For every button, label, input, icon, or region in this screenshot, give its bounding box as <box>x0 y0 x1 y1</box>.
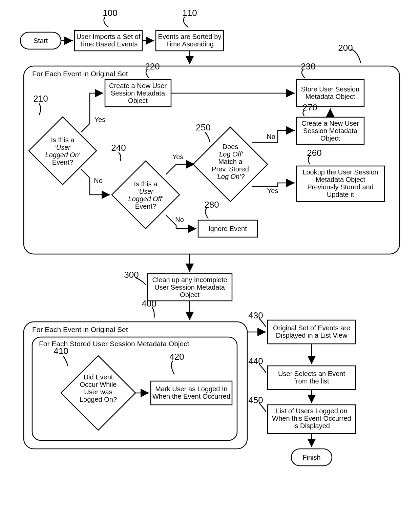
svg-text:240: 240 <box>111 143 126 153</box>
svg-text:Lookup the User Session: Lookup the User Session <box>302 168 378 176</box>
svg-text:Ignore Event: Ignore Event <box>208 225 247 232</box>
svg-text:Time Based Events: Time Based Events <box>79 40 138 48</box>
svg-text:Session Metadata: Session Metadata <box>303 127 358 134</box>
svg-text:Is this a: Is this a <box>51 136 75 144</box>
svg-text:250: 250 <box>196 122 210 132</box>
svg-text:Logged Off': Logged Off' <box>128 195 164 203</box>
svg-text:from the list: from the list <box>294 377 329 385</box>
svg-text:When the Event Occurred: When the Event Occurred <box>152 393 230 400</box>
svg-text:User was: User was <box>84 388 112 396</box>
svg-text:Object: Object <box>320 134 340 142</box>
svg-text:Time Ascending: Time Ascending <box>166 40 214 48</box>
svg-text:Match a: Match a <box>218 158 243 165</box>
svg-text:230: 230 <box>301 61 315 71</box>
svg-text:400: 400 <box>142 298 156 309</box>
svg-text:User Session Metadata: User Session Metadata <box>154 284 225 291</box>
svg-text:450: 450 <box>248 395 263 405</box>
svg-text:'User: 'User <box>55 144 71 151</box>
svg-text:Yes: Yes <box>94 116 106 123</box>
svg-text:Did Event: Did Event <box>84 373 113 381</box>
svg-text:430: 430 <box>248 310 263 320</box>
start-label: Start <box>34 37 48 44</box>
svg-text:Object: Object <box>128 97 148 104</box>
svg-text:110: 110 <box>182 8 197 18</box>
svg-text:440: 440 <box>248 356 263 366</box>
svg-text:Is this a: Is this a <box>134 180 158 188</box>
svg-text:User Selects an Event: User Selects an Event <box>278 370 345 377</box>
svg-text:200: 200 <box>338 43 353 53</box>
svg-text:Logged On': Logged On' <box>45 151 81 159</box>
svg-text:Occur While: Occur While <box>80 381 117 388</box>
svg-text:270: 270 <box>302 102 317 112</box>
svg-text:Displayed in a List View: Displayed in a List View <box>276 332 348 339</box>
svg-text:410: 410 <box>54 346 68 356</box>
svg-text:Object: Object <box>180 291 200 298</box>
svg-text:User Imports a Set of: User Imports a Set of <box>77 33 141 40</box>
svg-text:Session Metadata: Session Metadata <box>111 89 165 97</box>
svg-text:Update it: Update it <box>327 191 354 198</box>
svg-text:220: 220 <box>145 61 160 71</box>
svg-text:Store User Session: Store User Session <box>301 85 359 93</box>
svg-text:100: 100 <box>103 8 117 18</box>
svg-text:Create a New User: Create a New User <box>109 82 167 89</box>
svg-text:Mark User as Logged In: Mark User as Logged In <box>155 385 227 393</box>
svg-text:Create a New User: Create a New User <box>301 120 359 127</box>
svg-text:Does: Does <box>223 143 238 150</box>
flowchart-diagram: Start User Imports a Set of Time Based E… <box>7 7 413 515</box>
svg-text:260: 260 <box>307 148 321 158</box>
svg-text:Event?: Event? <box>52 159 73 166</box>
svg-text:Prev. Stored: Prev. Stored <box>212 165 249 173</box>
svg-text:For Each Event in Original Set: For Each Event in Original Set <box>32 326 128 333</box>
svg-text:300: 300 <box>124 270 139 280</box>
svg-text:No: No <box>267 133 275 140</box>
svg-text:420: 420 <box>169 352 184 362</box>
svg-text:Events are Sorted by: Events are Sorted by <box>158 33 222 40</box>
svg-text:'User: 'User <box>138 188 154 195</box>
svg-text:'Log On'?: 'Log On'? <box>216 173 245 180</box>
svg-text:Metadata Object: Metadata Object <box>316 176 365 183</box>
svg-text:List of Users Logged on: List of Users Logged on <box>276 407 347 415</box>
svg-text:280: 280 <box>204 200 219 210</box>
svg-text:Original Set of Events are: Original Set of Events are <box>273 324 350 332</box>
svg-text:When this Event Occurred: When this Event Occurred <box>272 415 351 422</box>
svg-text:Metadata Object: Metadata Object <box>306 93 355 100</box>
svg-text:Yes: Yes <box>267 187 278 194</box>
svg-text:Previously Stored and: Previously Stored and <box>307 183 374 191</box>
svg-text:Logged On?: Logged On? <box>80 396 117 403</box>
svg-text:No: No <box>175 216 184 223</box>
svg-text:Clean up any Incomplete: Clean up any Incomplete <box>152 276 227 284</box>
svg-text:Event?: Event? <box>135 203 156 210</box>
svg-text:Yes: Yes <box>172 153 184 161</box>
svg-text:No: No <box>94 177 103 184</box>
svg-text:For Each Event in Original Set: For Each Event in Original Set <box>32 70 128 78</box>
finish-label: Finish <box>302 454 320 461</box>
svg-text:is Displayed: is Displayed <box>293 422 330 430</box>
svg-text:'Log Off': 'Log Off' <box>218 150 243 158</box>
svg-text:210: 210 <box>33 93 48 104</box>
